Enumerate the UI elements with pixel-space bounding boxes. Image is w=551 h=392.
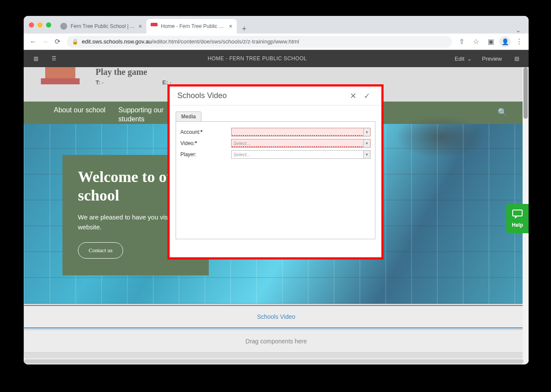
schools-video-dialog: Schools Video ✕ ✓ Media Account:* ▾ Vide… [167,84,384,259]
mode-selector[interactable]: Edit ⌄ [455,56,471,62]
menu-icon[interactable]: ⋮ [513,36,525,48]
browser-window: Fern Tree Public School | AEM × Home - F… [24,16,529,364]
tab-title: Fern Tree Public School | AEM [71,23,136,29]
chevron-down-icon: ⌄ [467,56,472,62]
tab-bar: Fern Tree Public School | AEM × Home - F… [24,16,529,34]
lock-icon: 🔒 [72,39,78,45]
video-row: Video:* Select... ▾ [180,139,371,148]
address-bar: ← → ⟳ 🔒 edit.sws.schools.nsw.gov.au/edit… [24,34,529,50]
profile-icon[interactable]: 👤 [499,36,511,47]
minimize-window-button[interactable] [37,22,43,28]
media-form: Account:* ▾ Video:* Select... ▾ Player: [176,122,375,239]
preview-button[interactable]: Preview [482,56,502,62]
close-tab-icon[interactable]: × [139,23,142,30]
new-tab-button[interactable]: + [237,25,252,34]
drop-zone[interactable]: Drag components here [24,330,529,353]
tagline: Play the game [96,67,147,77]
site-favicon-icon [151,23,158,30]
player-select[interactable]: Select... ▾ [231,150,371,159]
side-panel-icon[interactable]: ▥ [30,52,42,65]
share-icon[interactable]: ⇧ [455,36,467,48]
account-row: Account:* ▾ [180,128,371,136]
account-select[interactable]: ▾ [231,128,371,136]
reload-button[interactable]: ⟳ [51,36,63,48]
url-host: edit.sws.schools.nsw.gov.au [82,38,152,45]
back-button[interactable]: ← [27,36,39,48]
browser-tab-2[interactable]: Home - Fern Tree Public Schoo × [146,19,237,34]
tab-title: Home - Fern Tree Public Schoo [161,23,226,29]
dialog-header: Schools Video ✕ ✓ [170,86,381,105]
search-icon[interactable]: 🔍 [498,102,516,117]
tab-media[interactable]: Media [176,111,201,121]
page-title: HOME - FERN TREE PUBLIC SCHOOL [60,56,455,62]
video-select[interactable]: Select... ▾ [231,139,371,148]
annotate-icon[interactable]: ▤ [511,52,523,65]
dialog-body: Media Account:* ▾ Video:* Select... ▾ [170,105,381,245]
player-row: Player: Select... ▾ [180,150,371,159]
video-label: Video:* [180,140,231,146]
check-icon[interactable]: ✓ [360,89,374,103]
browser-tab-1[interactable]: Fern Tree Public School | AEM × [56,19,146,34]
close-tab-icon[interactable]: × [229,23,232,30]
svg-rect-0 [513,210,522,216]
help-label: Help [512,222,523,228]
dialog-title: Schools Video [177,91,346,100]
dialog-tabs: Media [176,111,375,122]
chevron-down-icon: ▾ [363,139,370,147]
url-input[interactable]: 🔒 edit.sws.schools.nsw.gov.au/editor.htm… [67,36,452,48]
hero-image [395,115,486,158]
page-info-icon[interactable]: ☰ [48,52,60,65]
school-logo [41,67,80,89]
contact-us-button[interactable]: Contact us [78,242,123,259]
chevron-down-icon: ▾ [363,151,370,158]
scrollbar-thumb[interactable] [24,359,523,364]
scrollbar-thumb[interactable] [523,67,528,119]
nav-about[interactable]: About our school [54,102,118,115]
help-button[interactable]: Help [506,204,529,233]
chevron-down-icon: ▾ [363,128,370,136]
maximize-window-button[interactable] [46,22,51,28]
select-placeholder: Select... [232,141,363,146]
globe-icon [60,23,67,30]
horizontal-scrollbar[interactable] [24,358,529,364]
tab-overflow-button[interactable]: ⌄ [508,27,529,34]
chat-icon [512,209,523,221]
address-bar-actions: ⇧ ☆ ▣ 👤 ⋮ [455,36,525,48]
window-controls [29,22,51,28]
player-label: Player: [180,151,231,157]
forward-button[interactable]: → [39,36,51,48]
schools-video-component[interactable]: Schools Video [24,305,529,328]
url-path: /editor.html/content/doe/sws/schools/z/z… [152,38,299,45]
close-window-button[interactable] [29,22,34,28]
phone-label: T: - [96,79,104,86]
select-placeholder: Select... [232,152,363,157]
account-label: Account:* [180,129,231,135]
extension-icon[interactable]: ▣ [485,36,497,48]
bookmark-icon[interactable]: ☆ [470,36,482,48]
aem-toolbar: ▥ ☰ HOME - FERN TREE PUBLIC SCHOOL Edit … [24,50,529,67]
edit-label: Edit [455,56,464,62]
close-icon[interactable]: ✕ [346,89,360,103]
